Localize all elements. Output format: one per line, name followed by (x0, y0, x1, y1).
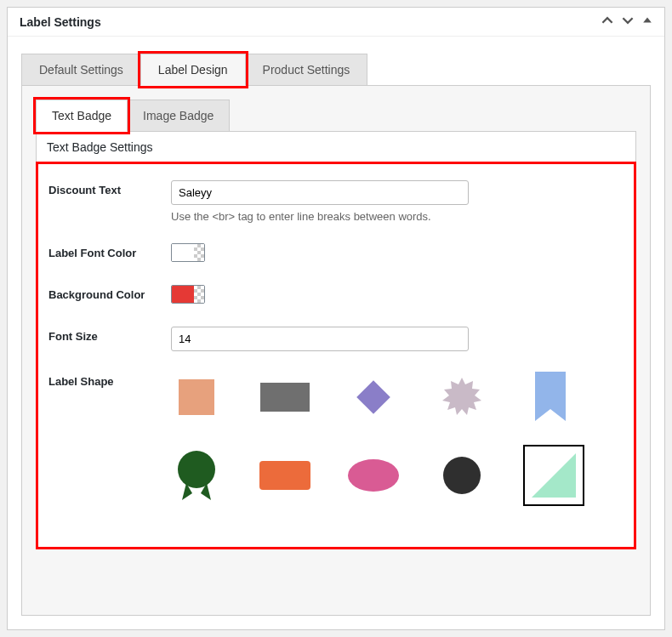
svg-point-5 (348, 459, 399, 492)
bg-color-swatch[interactable] (171, 285, 205, 304)
svg-rect-1 (260, 383, 310, 412)
shape-roundrect[interactable] (259, 450, 310, 501)
bg-color-label: Background Color (48, 285, 171, 306)
chevron-down-icon[interactable] (622, 14, 634, 29)
shape-row-2 (171, 446, 624, 504)
discount-text-label: Discount Text (48, 180, 171, 223)
tab-product-settings[interactable]: Product Settings (245, 54, 368, 86)
svg-rect-4 (259, 461, 310, 490)
font-size-label: Font Size (48, 327, 171, 351)
main-tabs: Default Settings Label Design Product Se… (8, 37, 664, 86)
tab-image-badge[interactable]: Image Badge (127, 100, 230, 132)
chevron-up-icon[interactable] (601, 14, 613, 29)
section-body: Discount Text Use the <br> tag to enter … (37, 162, 635, 549)
svg-rect-2 (356, 380, 390, 414)
svg-rect-0 (179, 379, 214, 415)
collapse-icon[interactable] (642, 15, 652, 28)
label-settings-panel: Label Settings Default Settings Label De… (7, 7, 665, 630)
shape-row-1 (171, 372, 624, 423)
svg-point-6 (443, 457, 481, 494)
shape-circle[interactable] (436, 450, 487, 501)
page-title: Label Settings (20, 15, 601, 29)
shape-triangle[interactable] (525, 446, 583, 504)
label-shape-label: Label Shape (48, 372, 171, 528)
discount-text-hint: Use the <br> tag to enter line breaks be… (171, 210, 624, 223)
shape-seal[interactable] (171, 450, 222, 501)
font-color-label: Label Font Color (48, 243, 171, 264)
shape-ellipse[interactable] (348, 450, 399, 501)
text-badge-section: Text Badge Settings Discount Text Use th… (36, 131, 636, 549)
tab-text-badge[interactable]: Text Badge (36, 100, 128, 132)
tab-default-settings[interactable]: Default Settings (21, 54, 141, 86)
sub-tabs: Text Badge Image Badge (36, 100, 636, 132)
shape-starburst[interactable] (436, 372, 487, 423)
tab-label-design[interactable]: Label Design (140, 54, 246, 86)
font-color-swatch[interactable] (171, 243, 205, 262)
panel-header: Label Settings (8, 8, 664, 37)
shape-square[interactable] (171, 372, 222, 423)
shape-rectangle[interactable] (259, 372, 310, 423)
font-size-input[interactable] (171, 327, 469, 351)
section-title: Text Badge Settings (37, 132, 635, 162)
svg-point-3 (178, 451, 215, 488)
shape-diamond[interactable] (348, 372, 399, 423)
shape-ribbon[interactable] (525, 372, 576, 423)
discount-text-input[interactable] (171, 180, 469, 205)
design-pane: Text Badge Image Badge Text Badge Settin… (21, 85, 651, 616)
